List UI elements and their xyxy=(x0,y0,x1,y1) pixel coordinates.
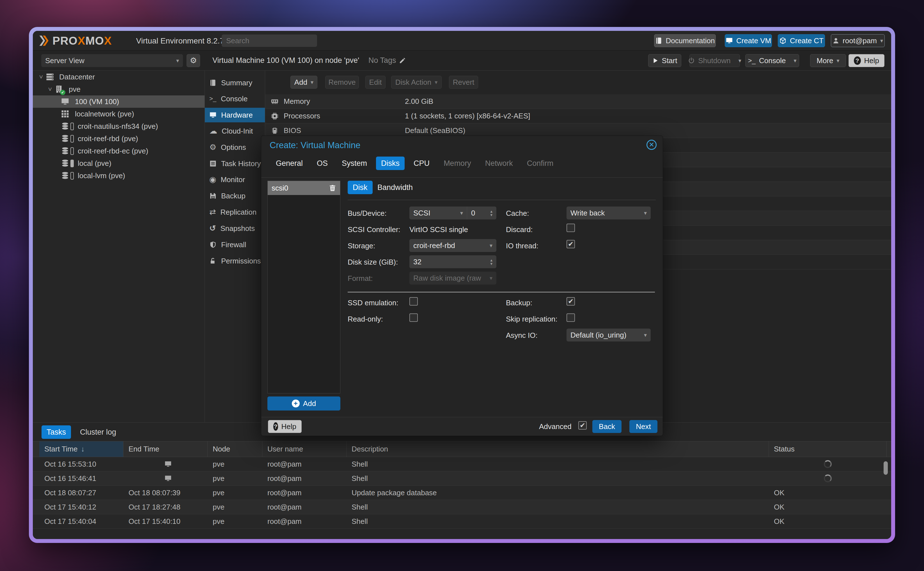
tasks-scrollbar-thumb[interactable] xyxy=(884,461,888,475)
tree-item-storage-reef-rbd-ec[interactable]: croit-reef-rbd-ec (pve) xyxy=(33,145,205,157)
nav-item-backup[interactable]: Backup xyxy=(205,189,265,203)
col-user-name[interactable]: User name xyxy=(262,441,347,457)
search-input[interactable] xyxy=(222,34,317,47)
nav-item-task-history[interactable]: Task History xyxy=(205,157,265,171)
task-row[interactable]: Oct 17 15:40:12 Oct 17 18:27:48 pve root… xyxy=(33,500,891,514)
view-selector[interactable]: Server View▾ xyxy=(41,54,183,67)
tab-os[interactable]: OS xyxy=(312,157,333,170)
col-status[interactable]: Status xyxy=(769,441,887,457)
more-button[interactable]: More▾ xyxy=(810,54,846,67)
nav-item-options[interactable]: ⚙Options xyxy=(205,140,265,154)
task-row[interactable]: Oct 18 08:07:27 Oct 18 08:07:39 pve root… xyxy=(33,486,891,500)
spinner-arrows-icon[interactable]: ▴▾ xyxy=(490,209,492,217)
hw-revert-button[interactable]: Revert xyxy=(449,76,478,89)
console-button[interactable]: >_ Console▾ xyxy=(745,54,799,67)
format-select[interactable]: Raw disk image (raw▾ xyxy=(409,272,497,284)
hw-row-processors[interactable]: Processors 1 (1 sockets, 1 cores) [x86-6… xyxy=(265,109,891,123)
ssd-emulation-checkbox[interactable] xyxy=(409,297,418,306)
create-vm-button[interactable]: Create VM xyxy=(725,34,772,47)
tags-edit[interactable]: No Tags xyxy=(369,56,406,65)
tab-cpu[interactable]: CPU xyxy=(409,157,435,170)
col-node[interactable]: Node xyxy=(208,441,262,457)
col-start-time[interactable]: Start Time↓ xyxy=(39,441,123,457)
next-button[interactable]: Next xyxy=(629,420,657,433)
floppy-icon xyxy=(209,192,217,199)
hw-disk-action-button[interactable]: Disk Action▾ xyxy=(391,76,442,89)
scsi-controller-value: VirtIO SCSI single xyxy=(409,225,468,234)
tab-system[interactable]: System xyxy=(337,157,372,170)
hw-add-button[interactable]: Add▾ xyxy=(290,76,317,89)
close-icon[interactable]: ✕ xyxy=(646,140,657,150)
disk-size-stepper[interactable]: 32▴▾ xyxy=(409,255,497,268)
task-row[interactable]: Oct 16 15:46:41 pve root@pam Shell xyxy=(33,471,891,486)
back-button[interactable]: Back xyxy=(592,420,622,433)
subtab-disk[interactable]: Disk xyxy=(348,181,373,194)
nav-item-summary[interactable]: Summary xyxy=(205,76,265,90)
bottom-panel: Tasks Cluster log Start Time↓ End Time N… xyxy=(33,422,891,539)
nav-item-permissions[interactable]: Permissions xyxy=(205,254,265,268)
tab-memory[interactable]: Memory xyxy=(438,157,476,170)
nav-item-cloud-init[interactable]: ☁Cloud-Init xyxy=(205,124,265,138)
documentation-button[interactable]: Documentation xyxy=(654,34,716,47)
tree-item-storage-reef-rbd[interactable]: croit-reef-rbd (pve) xyxy=(33,133,205,145)
trash-icon[interactable] xyxy=(329,184,336,191)
book-icon xyxy=(209,79,217,86)
nav-item-hardware[interactable]: Hardware xyxy=(205,108,265,122)
read-only-checkbox[interactable] xyxy=(409,313,418,322)
tree-item-localnetwork[interactable]: localnetwork (pve) xyxy=(33,108,205,120)
nav-item-monitor[interactable]: ◉Monitor xyxy=(205,173,265,187)
io-thread-checkbox[interactable] xyxy=(566,240,575,248)
skip-replication-checkbox[interactable] xyxy=(566,313,575,322)
tab-cluster-log[interactable]: Cluster log xyxy=(75,425,121,439)
cache-select[interactable]: Write back▾ xyxy=(566,207,651,219)
discard-checkbox[interactable] xyxy=(566,224,575,232)
tab-tasks[interactable]: Tasks xyxy=(42,425,71,439)
nav-item-replication[interactable]: ⇄Replication xyxy=(205,205,265,219)
col-description[interactable]: Description xyxy=(347,441,769,457)
tab-general[interactable]: General xyxy=(271,157,308,170)
tree-item-pve[interactable]: > ✔ pve xyxy=(33,83,205,96)
tab-network[interactable]: Network xyxy=(480,157,518,170)
history-icon: ↺ xyxy=(209,224,216,232)
view-settings-button[interactable]: ⚙ xyxy=(187,54,200,67)
advanced-checkbox[interactable] xyxy=(578,421,587,430)
datacenter-icon xyxy=(46,73,54,81)
tree-item-vm-100[interactable]: 100 (VM 100) xyxy=(33,96,205,108)
plus-circle-icon: + xyxy=(292,400,300,407)
brand-logo: PROXMOX xyxy=(52,34,112,47)
nav-item-snapshots[interactable]: ↺Snapshots xyxy=(205,221,265,235)
hw-edit-button[interactable]: Edit xyxy=(366,76,386,89)
bus-device-select[interactable]: SCSI▾ xyxy=(409,207,467,219)
create-ct-button[interactable]: Create CT xyxy=(778,34,825,47)
bus-device-number-stepper[interactable]: 0▴▾ xyxy=(467,207,497,219)
user-menu-button[interactable]: root@pam▾ xyxy=(831,34,885,47)
task-row[interactable]: Oct 16 15:53:10 pve root@pam Shell xyxy=(33,457,891,471)
hw-row-memory[interactable]: Memory 2.00 GiB xyxy=(265,94,891,109)
dialog-add-disk-button[interactable]: + Add xyxy=(267,397,340,411)
col-end-time[interactable]: End Time xyxy=(123,441,208,457)
hw-remove-button[interactable]: Remove xyxy=(325,76,359,89)
start-button[interactable]: Start xyxy=(648,54,681,67)
nav-item-console[interactable]: >_Console xyxy=(205,92,265,106)
dialog-help-button[interactable]: ?Help xyxy=(268,420,302,433)
nav-item-firewall[interactable]: Firewall xyxy=(205,238,265,252)
tab-disks[interactable]: Disks xyxy=(376,157,405,170)
subtab-bandwidth[interactable]: Bandwidth xyxy=(372,181,418,194)
tree-item-datacenter[interactable]: > Datacenter xyxy=(33,71,205,83)
chevron-expand-icon[interactable]: > xyxy=(46,86,54,92)
shutdown-button[interactable]: Shutdown▾ xyxy=(690,54,740,67)
help-button[interactable]: ?Help xyxy=(848,54,884,67)
spinner-arrows-icon[interactable]: ▴▾ xyxy=(490,258,492,265)
disk-list-item-scsi0[interactable]: scsi0 xyxy=(268,181,340,195)
tab-confirm[interactable]: Confirm xyxy=(522,157,558,170)
backup-checkbox[interactable] xyxy=(566,297,575,306)
chevron-expand-icon[interactable]: > xyxy=(37,74,45,80)
lock-open-icon xyxy=(209,257,217,265)
cube-icon xyxy=(779,37,787,44)
tree-item-storage-local[interactable]: local (pve) xyxy=(33,157,205,170)
async-io-select[interactable]: Default (io_uring)▾ xyxy=(566,329,651,341)
tree-item-storage-local-lvm[interactable]: local-lvm (pve) xyxy=(33,170,205,182)
storage-select[interactable]: croit-reef-rbd▾ xyxy=(409,239,497,252)
tree-item-storage-nautilus[interactable]: croit-nautilus-nfs34 (pve) xyxy=(33,120,205,133)
task-row[interactable]: Oct 17 15:40:04 Oct 17 15:40:10 pve root… xyxy=(33,514,891,529)
